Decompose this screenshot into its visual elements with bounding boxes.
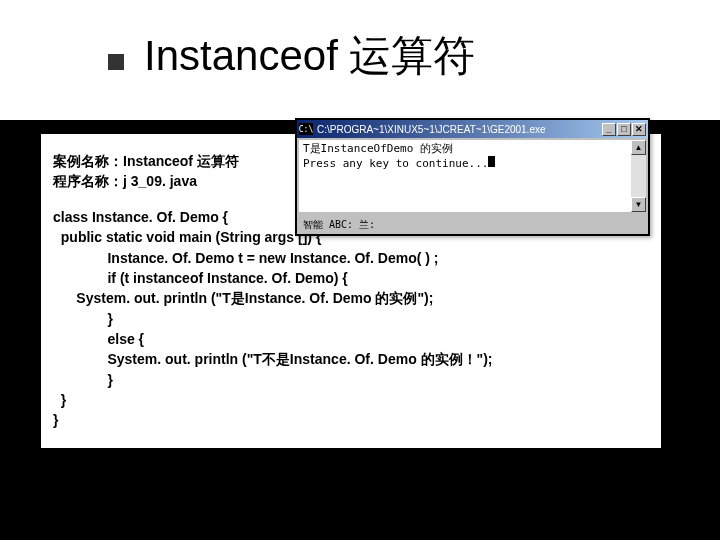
scroll-up-button[interactable]: ▲ (631, 140, 646, 155)
case-name-value: Instanceof 运算符 (123, 153, 239, 169)
console-output-line: T是InstanceOfDemo 的实例 (303, 142, 642, 156)
vertical-scrollbar[interactable]: ▲ ▼ (631, 140, 646, 212)
slide-title-area: Instanceof 运算符 (108, 28, 475, 84)
code-line: else { (53, 329, 653, 349)
code-line: } (53, 390, 653, 410)
scroll-down-button[interactable]: ▼ (631, 197, 646, 212)
console-title: C:\ C:\PROGRA~1\XINUX5~1\JCREAT~1\GE2001… (299, 123, 546, 135)
window-controls: _ □ ✕ (602, 123, 646, 136)
code-line: } (53, 370, 653, 390)
title-bullet-icon (108, 54, 124, 70)
scrollbar-track[interactable] (631, 155, 646, 197)
ime-status-text: 智能 ABC: 兰: (303, 218, 375, 232)
code-line: } (53, 410, 653, 430)
program-name-label: 程序名称： (53, 173, 123, 189)
code-line: } (53, 309, 653, 329)
code-line: System. out. println ("T是Instance. Of. D… (53, 288, 653, 308)
slide-title: Instanceof 运算符 (144, 28, 475, 84)
program-name-value: j 3_09. java (123, 173, 197, 189)
console-titlebar[interactable]: C:\ C:\PROGRA~1\XINUX5~1\JCREAT~1\GE2001… (297, 120, 648, 138)
cursor-icon (488, 156, 495, 167)
code-line: Instance. Of. Demo t = new Instance. Of.… (53, 248, 653, 268)
console-content: T是InstanceOfDemo 的实例 Press any key to co… (299, 140, 646, 212)
maximize-button[interactable]: □ (617, 123, 631, 136)
console-output-line: Press any key to continue... (303, 156, 642, 171)
console-title-text: C:\PROGRA~1\XINUX5~1\JCREAT~1\GE2001.exe (317, 124, 546, 135)
close-button[interactable]: ✕ (632, 123, 646, 136)
code-block: class Instance. Of. Demo { public static… (53, 207, 653, 430)
code-line: if (t instanceof Instance. Of. Demo) { (53, 268, 653, 288)
minimize-button[interactable]: _ (602, 123, 616, 136)
case-name-label: 案例名称： (53, 153, 123, 169)
console-window: C:\ C:\PROGRA~1\XINUX5~1\JCREAT~1\GE2001… (295, 118, 650, 236)
console-app-icon: C:\ (299, 123, 313, 135)
ime-status-bar: 智能 ABC: 兰: (299, 218, 379, 232)
code-line: System. out. println ("T不是Instance. Of. … (53, 349, 653, 369)
